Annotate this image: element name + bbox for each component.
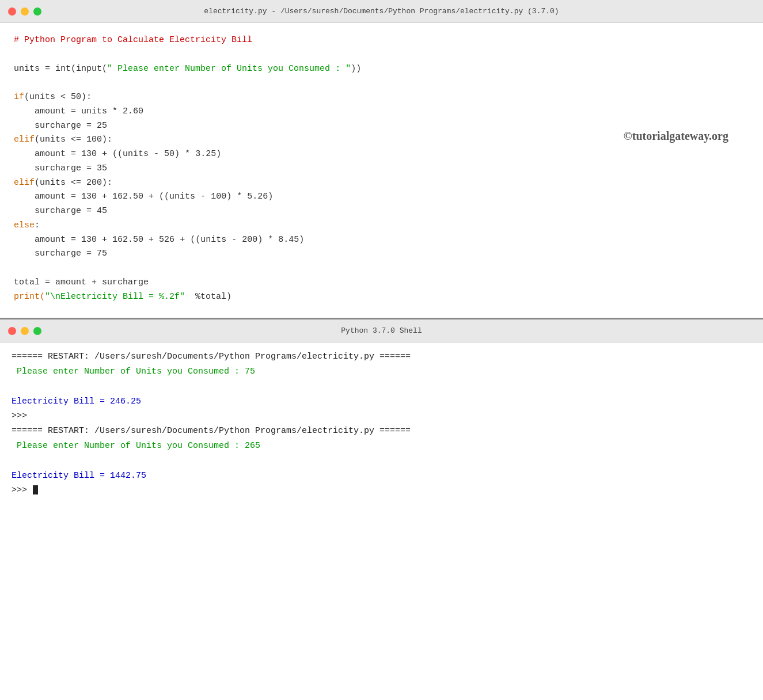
shell-window-controls (8, 327, 41, 335)
minimize-button[interactable] (21, 7, 29, 16)
shell-output: ====== RESTART: /Users/suresh/Documents/… (0, 343, 763, 509)
code-line-1: # Python Program to Calculate Electricit… (14, 33, 749, 48)
shell-restart-1: ====== RESTART: /Users/suresh/Documents/… (12, 349, 751, 364)
shell-result-1: Electricity Bill = 246.25 (12, 394, 751, 409)
code-line-11: elif(units <= 200): (14, 176, 749, 191)
maximize-button[interactable] (33, 7, 41, 16)
shell-prompt-1: Please enter Number of Units you Consume… (12, 364, 751, 379)
shell-result-2: Electricity Bill = 1442.75 (12, 469, 751, 484)
code-editor: # Python Program to Calculate Electricit… (0, 23, 763, 319)
code-line-14: else: (14, 219, 749, 233)
code-line-16: surcharge = 75 (14, 247, 749, 261)
shell-chevron-1: >>> (12, 409, 751, 424)
code-line-blank3 (14, 261, 749, 276)
shell-restart-2: ====== RESTART: /Users/suresh/Documents/… (12, 424, 751, 439)
code-line-12: amount = 130 + 162.50 + ((units - 100) *… (14, 190, 749, 204)
shell-close-button[interactable] (8, 327, 16, 335)
window-controls (8, 7, 41, 16)
code-line-9: amount = 130 + ((units - 50) * 3.25) (14, 147, 749, 162)
code-line-5: if(units < 50): (14, 90, 749, 105)
close-button[interactable] (8, 7, 16, 16)
comment-text: # Python Program to Calculate Electricit… (14, 35, 252, 45)
code-line-blank1 (14, 48, 749, 62)
code-line-6: amount = units * 2.60 (14, 105, 749, 119)
shell-prompt-2: Please enter Number of Units you Consume… (12, 439, 751, 454)
shell-blank-1 (12, 379, 751, 394)
code-line-3: units = int(input(" Please enter Number … (14, 62, 749, 77)
code-line-18: total = amount + surcharge (14, 276, 749, 290)
code-line-10: surcharge = 35 (14, 162, 749, 176)
shell-window-title: Python 3.7.0 Shell (341, 326, 422, 335)
code-line-13: surcharge = 45 (14, 204, 749, 219)
title-bar: electricity.py - /Users/suresh/Documents… (0, 0, 763, 23)
code-line-blank2 (14, 76, 749, 90)
code-line-15: amount = 130 + 162.50 + 526 + ((units - … (14, 233, 749, 248)
watermark: ©tutorialgateway.org (624, 130, 728, 143)
shell-title-bar: Python 3.7.0 Shell (0, 319, 763, 343)
window-title: electricity.py - /Users/suresh/Documents… (204, 7, 559, 16)
code-line-19: print("\nElectricity Bill = %.2f" %total… (14, 290, 749, 305)
shell-maximize-button[interactable] (33, 327, 41, 335)
shell-minimize-button[interactable] (21, 327, 29, 335)
shell-chevron-2: >>> (12, 483, 751, 498)
shell-blank-2 (12, 454, 751, 469)
shell-cursor (33, 485, 38, 494)
